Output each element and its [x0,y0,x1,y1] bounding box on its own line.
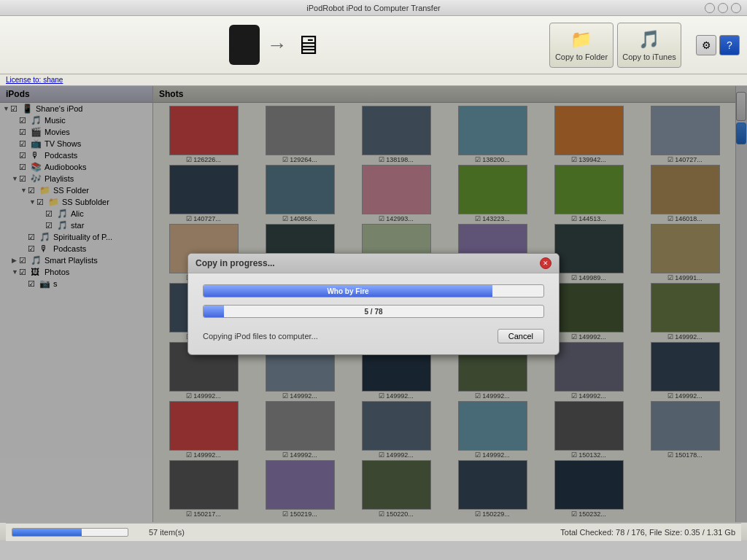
copy-to-folder-button[interactable]: 📁 Copy to Folder [549,23,614,68]
count-progress-row: 5 / 78 [203,305,544,318]
toolbar-buttons: 📁 Copy to Folder 🎵 Copy to iTunes [549,23,681,68]
modal-overlay: Copy in progress... ✕ Who by Fire [0,86,747,522]
itunes-icon: 🎵 [638,29,660,50]
transfer-arrow-icon: → [267,34,287,57]
file-progress-row: Who by Fire [203,284,544,298]
copy-to-itunes-label: Copy to iTunes [622,52,676,61]
minimize-button[interactable] [705,3,715,13]
ipod-icon [229,25,260,65]
license-link[interactable]: License to: shane [0,74,747,86]
close-button[interactable] [731,3,741,13]
modal-body: Who by Fire 5 / 78 Copying iPod files to… [188,273,559,354]
total-info-label: Total Checked: 78 / 176, File Size: 0.35… [560,528,735,537]
main-content: iPods ▼ ☑ 📱 Shane's iPod ☑ 🎵 Music ☑ 🎬 M… [0,86,747,522]
modal-title-bar: Copy in progress... ✕ [188,254,559,273]
toolbar: → 🖥 📁 Copy to Folder 🎵 Copy to iTunes ⚙ … [0,16,747,74]
copy-to-folder-label: Copy to Folder [555,52,608,61]
modal-status-text: Copying iPod files to computer... [203,332,318,341]
settings-button[interactable]: ⚙ [696,35,716,55]
modal-dialog: Copy in progress... ✕ Who by Fire [187,253,560,355]
bottom-progress-track [12,528,128,537]
modal-cancel-button[interactable]: Cancel [498,329,544,343]
status-bar: 57 item(s) Total Checked: 78 / 176, File… [0,522,747,540]
settings-area: ⚙ ? [696,35,740,55]
item-count-label: 57 item(s) [149,528,185,537]
modal-close-button[interactable]: ✕ [540,257,551,269]
file-progress-track: Who by Fire [203,284,544,298]
bottom-progress-fill [12,529,82,536]
folder-icon: 📁 [570,29,592,50]
logo-area: → 🖥 [7,25,542,65]
copy-to-itunes-button[interactable]: 🎵 Copy to iTunes [617,23,681,68]
modal-title-text: Copy in progress... [196,258,275,268]
title-bar: iPodRobot iPod to Computer Transfer [0,0,747,16]
maximize-button[interactable] [718,3,728,13]
computer-icon: 🖥 [295,30,321,61]
file-progress-fill: Who by Fire [204,285,492,297]
help-button[interactable]: ? [719,35,740,55]
app-title: iPodRobot iPod to Computer Transfer [306,4,440,12]
window-controls[interactable] [705,3,741,13]
count-label: 5 / 78 [203,305,544,318]
